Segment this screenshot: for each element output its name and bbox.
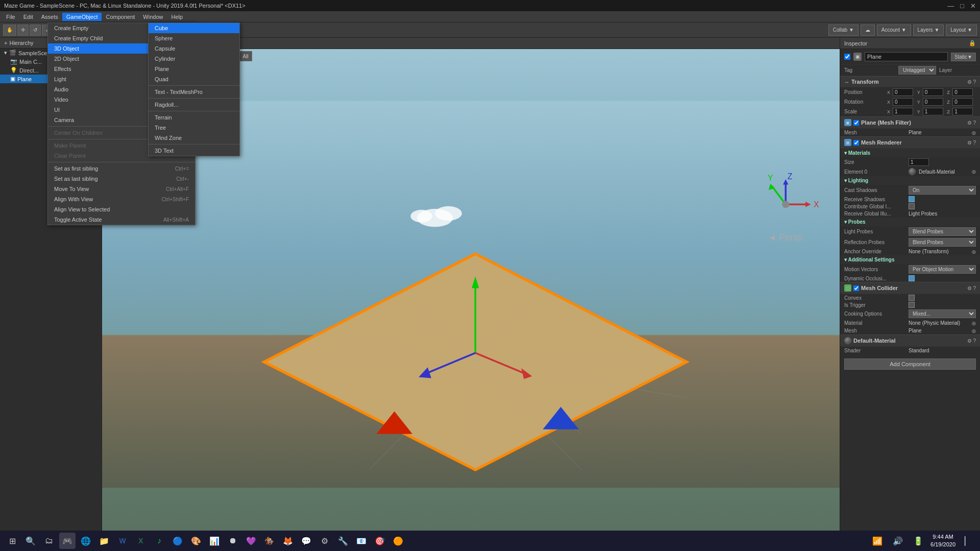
- submenu-quad[interactable]: Quad: [149, 74, 239, 84]
- menu-gameobject[interactable]: GameObject: [62, 13, 102, 21]
- taskbar-battery-icon[interactable]: 🔋: [910, 533, 926, 549]
- convex-checkbox[interactable]: [909, 295, 915, 301]
- taskbar-chrome-icon[interactable]: 🔵: [169, 533, 186, 549]
- object-active-checkbox[interactable]: [844, 54, 850, 60]
- is-trigger-checkbox[interactable]: [909, 302, 915, 308]
- taskbar-edge-icon[interactable]: 🌐: [78, 533, 94, 549]
- menu-assets[interactable]: Assets: [37, 13, 62, 21]
- submenu-cube[interactable]: Cube: [149, 23, 239, 33]
- taskbar-word-icon[interactable]: W: [114, 533, 131, 549]
- taskbar-paint-icon[interactable]: 🎨: [188, 533, 204, 549]
- meshfilter-component-header[interactable]: ▣ Plane (Mesh Filter) ⚙ ?: [840, 116, 980, 129]
- element0-picker[interactable]: ◎: [972, 169, 976, 174]
- menu-help[interactable]: Help: [167, 13, 187, 21]
- submenu-sphere[interactable]: Sphere: [149, 33, 239, 43]
- taskbar-outlook-icon[interactable]: 📧: [353, 533, 370, 549]
- inspector-lock-icon[interactable]: 🔒: [969, 40, 976, 46]
- taskbar-explorer-icon[interactable]: 📁: [96, 533, 112, 549]
- taskbar-clock[interactable]: 9:44 AM 6/19/2020: [930, 533, 955, 549]
- maximize-button[interactable]: □: [960, 2, 964, 10]
- taskbar-excel-icon[interactable]: X: [133, 533, 149, 549]
- submenu-plane[interactable]: Plane: [149, 64, 239, 74]
- meshfilter-settings[interactable]: ⚙ ?: [967, 120, 976, 126]
- search-taskbar-button[interactable]: 🔍: [22, 533, 39, 549]
- taskbar-discord-icon[interactable]: 💬: [298, 533, 314, 549]
- cast-shadows-select[interactable]: On: [909, 186, 976, 195]
- pos-z-input[interactable]: [952, 88, 973, 96]
- taskbar-slack-icon[interactable]: 🔧: [335, 533, 351, 549]
- submenu-terrain[interactable]: Terrain: [149, 112, 239, 123]
- submenu-3dtext[interactable]: 3D Text: [149, 146, 239, 156]
- meshrenderer-enabled[interactable]: [853, 140, 859, 146]
- meshcollider-component-header[interactable]: ⬡ Mesh Collider ⚙ ?: [840, 282, 980, 294]
- submenu-cylinder[interactable]: Cylinder: [149, 54, 239, 64]
- hand-tool[interactable]: ✋: [3, 25, 16, 36]
- scale-x-input[interactable]: [893, 108, 913, 115]
- minimize-button[interactable]: —: [947, 2, 954, 10]
- transform-settings-icon[interactable]: ⚙ ?: [967, 79, 976, 85]
- layers-button[interactable]: Layers ▼: [913, 25, 944, 36]
- scale-y-input[interactable]: [923, 108, 943, 115]
- object-name-input[interactable]: [865, 52, 948, 61]
- rotate-tool[interactable]: ↺: [30, 25, 41, 36]
- close-button[interactable]: ✕: [970, 2, 976, 10]
- taskbar-spotify-icon[interactable]: ♪: [151, 533, 167, 549]
- collider-material-picker[interactable]: ◎: [972, 321, 976, 326]
- meshcollider-settings[interactable]: ⚙ ?: [967, 285, 976, 291]
- cooking-options-select[interactable]: Mixed...: [909, 309, 976, 318]
- transform-component-header[interactable]: ↔ Transform ⚙ ?: [840, 76, 980, 87]
- task-view-button[interactable]: 🗂: [41, 533, 57, 549]
- defmat-settings[interactable]: ⚙ ?: [967, 338, 976, 344]
- meshcollider-enabled[interactable]: [853, 285, 859, 291]
- cloud-button[interactable]: ☁: [861, 25, 875, 36]
- submenu-tree[interactable]: Tree: [149, 123, 239, 133]
- submenu-capsule[interactable]: Capsule: [149, 43, 239, 54]
- taskbar-extra-icon[interactable]: 🟠: [390, 533, 406, 549]
- menu-move-to-view[interactable]: Move To View Ctrl+Alt+F: [48, 184, 195, 194]
- start-button[interactable]: ⊞: [4, 533, 20, 549]
- account-button[interactable]: Account ▼: [877, 25, 911, 36]
- show-desktop-button[interactable]: ▏: [960, 533, 976, 549]
- menu-set-first-sibling[interactable]: Set as first sibling Ctrl+=: [48, 163, 195, 174]
- contribute-gi-checkbox[interactable]: [909, 203, 915, 209]
- menu-align-with-view[interactable]: Align With View Ctrl+Shift+F: [48, 194, 195, 204]
- rot-z-input[interactable]: [952, 98, 973, 106]
- menu-window[interactable]: Window: [139, 13, 167, 21]
- tag-select[interactable]: Untagged: [898, 66, 936, 75]
- size-input[interactable]: [909, 158, 929, 166]
- hierarchy-add-btn[interactable]: +: [4, 40, 7, 46]
- motion-vectors-select[interactable]: Per Object Motion: [909, 265, 976, 274]
- submenu-ragdoll[interactable]: Ragdoll...: [149, 100, 239, 110]
- anchor-picker[interactable]: ◎: [972, 249, 976, 254]
- reflection-probes-select[interactable]: Blend Probes: [909, 238, 976, 247]
- taskbar-firefox-icon[interactable]: 🦊: [280, 533, 296, 549]
- pos-x-input[interactable]: [893, 88, 913, 96]
- dynamic-occlusion-checkbox[interactable]: [909, 275, 915, 281]
- rot-x-input[interactable]: [893, 98, 913, 106]
- taskbar-rider-icon[interactable]: 🏇: [261, 533, 278, 549]
- menu-set-last-sibling[interactable]: Set as last sibling Ctrl+-: [48, 174, 195, 184]
- move-tool[interactable]: ✛: [17, 25, 29, 36]
- scale-z-input[interactable]: [952, 108, 973, 115]
- menu-toggle-active-state[interactable]: Toggle Active State Alt+Shift+A: [48, 214, 195, 225]
- taskbar-unity-icon[interactable]: 🎮: [59, 533, 76, 549]
- meshrenderer-component-header[interactable]: ▦ Mesh Renderer ⚙ ?: [840, 136, 980, 149]
- menu-component[interactable]: Component: [102, 13, 139, 21]
- taskbar-vs-icon[interactable]: 💜: [243, 533, 259, 549]
- taskbar-rider2-icon[interactable]: 🎯: [372, 533, 388, 549]
- meshfilter-enabled[interactable]: [853, 120, 859, 126]
- collider-mesh-picker[interactable]: ◎: [972, 328, 976, 333]
- taskbar-sound-icon[interactable]: 🔊: [890, 533, 906, 549]
- default-material-header[interactable]: Default-Material ⚙ ?: [840, 334, 980, 347]
- menu-align-view-to-selected[interactable]: Align View to Selected: [48, 204, 195, 214]
- taskbar-git-icon[interactable]: ⚙: [316, 533, 333, 549]
- taskbar-network-icon[interactable]: 📶: [869, 533, 886, 549]
- receive-shadows-checkbox[interactable]: [909, 196, 915, 202]
- taskbar-obs-icon[interactable]: ⏺: [225, 533, 241, 549]
- light-probes-select[interactable]: Blend Probes: [909, 227, 976, 236]
- meshrenderer-settings[interactable]: ⚙ ?: [967, 140, 976, 146]
- search-field[interactable]: All: [239, 51, 252, 61]
- menu-file[interactable]: File: [2, 13, 19, 21]
- layout-button[interactable]: Layout ▼: [946, 25, 977, 36]
- submenu-textmeshpro[interactable]: Text - TextMeshPro: [149, 87, 239, 97]
